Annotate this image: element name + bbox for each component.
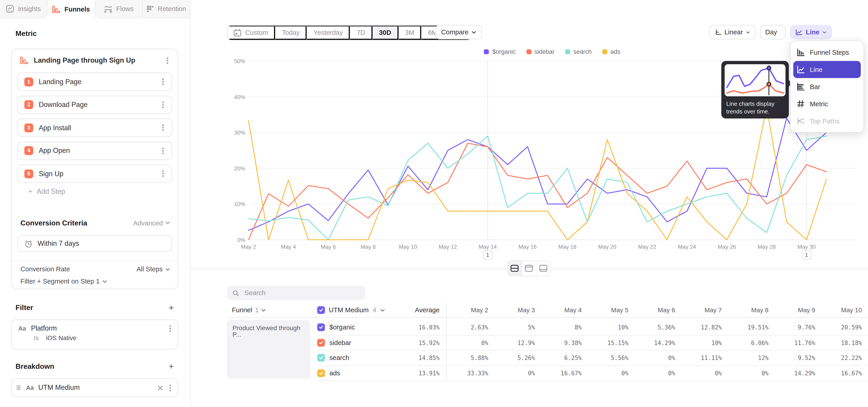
average-column-header[interactable]: Average: [415, 306, 440, 314]
kebab-menu-icon[interactable]: [169, 327, 171, 329]
row-checkbox[interactable]: [317, 339, 325, 346]
segment-name: ads: [329, 369, 340, 377]
date-range-custom-button[interactable]: Custom: [228, 26, 275, 40]
legend-label: $organic: [492, 48, 516, 55]
tab-insights[interactable]: Insights: [0, 0, 48, 18]
row-checkbox[interactable]: [317, 369, 325, 377]
search-input[interactable]: [243, 288, 360, 298]
kebab-menu-icon[interactable]: [162, 81, 164, 83]
filter-heading: Filter: [16, 304, 33, 312]
date-range-button[interactable]: Yesterday: [307, 26, 350, 40]
compare-button[interactable]: Compare: [435, 25, 483, 39]
breakdown-property-name: UTM Medium: [38, 384, 153, 392]
table-value-cell: 12%: [722, 350, 769, 365]
filter-value[interactable]: iOS Native: [46, 335, 76, 341]
date-range-button[interactable]: 3M: [398, 26, 421, 40]
funnel-step-row[interactable]: 2 Download Page: [17, 95, 172, 114]
alarm-clock-icon: [24, 240, 33, 248]
breakdown-card[interactable]: Aa UTM Medium: [11, 378, 178, 397]
table-row: ads 13.91% 33.33%0%16.67%0%0%0%0%14.29%1…: [317, 366, 868, 381]
legend-item[interactable]: sidebar: [526, 48, 555, 55]
row-checkbox[interactable]: [317, 323, 325, 331]
legend-item[interactable]: ads: [602, 48, 620, 55]
breakdown-column-dropdown[interactable]: UTM Medium: [329, 306, 369, 314]
day-column-header[interactable]: May 8: [722, 303, 769, 317]
menu-item-bar[interactable]: Bar: [793, 78, 861, 95]
breakdown-select-all-checkbox[interactable]: [317, 306, 325, 314]
kebab-menu-icon[interactable]: [166, 60, 168, 61]
funnel-cell[interactable]: Product Viewed through P...: [227, 320, 310, 379]
day-column-header[interactable]: May 9: [769, 303, 816, 317]
table-value-cell: 0%: [629, 366, 676, 380]
funnel-step-row[interactable]: 1 Landing Page: [17, 72, 172, 91]
filter-operator[interactable]: Is: [34, 335, 39, 341]
day-column-header[interactable]: May 7: [676, 303, 722, 317]
funnel-title-row[interactable]: Landing Page through Sign Up: [20, 54, 170, 66]
table-value-cell: 5%: [489, 320, 535, 335]
menu-item-metric[interactable]: Metric: [793, 95, 861, 113]
date-range-button[interactable]: Today: [275, 26, 307, 40]
table-value-cell: 0%: [676, 366, 722, 380]
date-range-button[interactable]: 7D: [350, 26, 373, 40]
funnel-step-row[interactable]: 5 Sign Up: [17, 164, 172, 183]
funnel-step-row[interactable]: 4 App Open: [17, 142, 172, 160]
split-view-toggle[interactable]: [508, 261, 522, 276]
date-range-button[interactable]: 30D: [372, 26, 398, 40]
metric-heading: Metric: [16, 29, 37, 38]
legend-item[interactable]: search: [565, 48, 592, 55]
y-axis-tick: 20%: [220, 165, 245, 171]
day-column-header[interactable]: May 6: [629, 303, 676, 317]
chart-type-dropdown[interactable]: Line: [790, 25, 832, 39]
add-step-button[interactable]: + Add Step: [17, 184, 172, 199]
axis-scale-dropdown[interactable]: Linear: [709, 25, 756, 39]
kebab-menu-icon[interactable]: [162, 127, 164, 128]
tab-retention[interactable]: Retention: [143, 0, 191, 18]
step-number-badge: 2: [24, 100, 33, 109]
kebab-menu-icon[interactable]: [162, 104, 164, 105]
app-window: Insights Funnels Flows Retention Metric: [0, 0, 868, 407]
table-only-toggle[interactable]: [536, 261, 550, 276]
filter-card[interactable]: Aa Platform Is iOS Native: [11, 319, 178, 349]
funnel-name: Landing Page through Sign Up: [34, 57, 159, 64]
table-value-cell: 11.11%: [676, 350, 722, 365]
all-steps-dropdown[interactable]: All Steps: [136, 265, 170, 273]
day-column-header[interactable]: May 4: [535, 303, 582, 317]
table-value-cell: 22.22%: [816, 350, 863, 365]
filter-segment-dropdown[interactable]: Filter + Segment on Step 1: [21, 277, 107, 285]
table-value-cell: 6.06%: [722, 335, 769, 350]
row-checkbox[interactable]: [317, 354, 325, 362]
day-column-header[interactable]: May 10: [816, 303, 863, 317]
advanced-dropdown[interactable]: Advanced: [133, 219, 170, 227]
legend-item[interactable]: $organic: [484, 48, 516, 55]
tab-funnels[interactable]: Funnels: [48, 0, 95, 18]
table-value-cell: 16.67%: [816, 366, 863, 380]
flows-icon: [104, 5, 112, 13]
tooltip-text: Line charts display trends over time.: [725, 96, 785, 115]
annotation-badge[interactable]: 1: [483, 250, 493, 260]
retention-icon: [147, 5, 154, 12]
kebab-menu-icon[interactable]: [169, 387, 171, 388]
chart-only-toggle[interactable]: [522, 261, 536, 276]
day-column-header[interactable]: May 3: [489, 303, 535, 317]
kebab-menu-icon[interactable]: [162, 150, 164, 151]
step-label: Download Page: [39, 101, 154, 108]
annotation-badge[interactable]: 1: [802, 250, 811, 260]
granularity-dropdown[interactable]: Day: [760, 25, 785, 39]
drag-handle-icon[interactable]: [17, 387, 20, 388]
conversion-window-button[interactable]: Within 7 days: [17, 236, 172, 252]
funnel-column-dropdown[interactable]: Funnel 1: [232, 303, 266, 317]
remove-breakdown-icon[interactable]: [158, 385, 163, 390]
day-column-header[interactable]: May 2: [446, 303, 489, 317]
add-filter-button[interactable]: +: [168, 304, 174, 311]
funnel-step-row[interactable]: 3 App Install: [17, 119, 172, 137]
day-column-header[interactable]: May 5: [582, 303, 629, 317]
add-breakdown-button[interactable]: +: [168, 363, 174, 370]
chevron-down-icon: [165, 222, 170, 224]
sidebar-divider: [190, 18, 190, 407]
x-axis-tick: May 26: [718, 244, 736, 250]
table-value-cell: 0%: [722, 366, 769, 380]
tab-flows[interactable]: Flows: [95, 0, 143, 18]
menu-item-funnel-steps[interactable]: Funnel Steps: [793, 44, 861, 61]
menu-item-line[interactable]: Line: [793, 61, 861, 78]
kebab-menu-icon[interactable]: [162, 173, 164, 174]
